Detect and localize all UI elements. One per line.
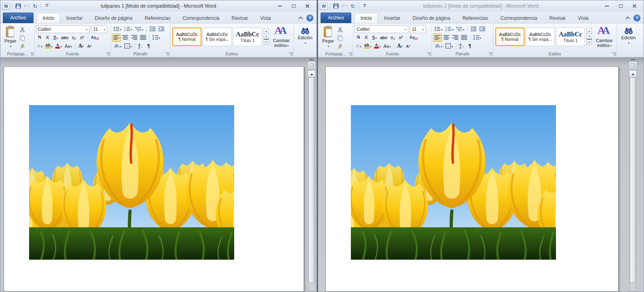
- styles-scroll-down-icon[interactable]: ▾: [587, 34, 592, 39]
- style-titulo-1[interactable]: AaBbCc Título 1: [233, 28, 262, 46]
- tab-inicio[interactable]: Inicio: [37, 13, 60, 23]
- highlight-color-icon[interactable]: ab: [363, 42, 373, 50]
- undo-icon[interactable]: ↶▾: [341, 2, 348, 10]
- styles-gallery-more-icon[interactable]: ▾: [264, 39, 269, 44]
- font-size-select[interactable]: 11: [410, 25, 426, 33]
- styles-scroll-up-icon[interactable]: ▴: [264, 28, 269, 34]
- font-size-select[interactable]: 11: [91, 25, 107, 33]
- split-handle-icon[interactable]: [309, 59, 314, 60]
- line-spacing-icon[interactable]: [472, 34, 482, 42]
- borders-icon[interactable]: [444, 42, 454, 50]
- align-right-icon[interactable]: [130, 34, 138, 42]
- split-handle-icon[interactable]: [631, 59, 635, 60]
- tab-insertar[interactable]: Insertar: [60, 13, 89, 23]
- change-styles-button[interactable]: AA Cambiarestilos: [594, 25, 615, 49]
- italic-button[interactable]: K: [44, 34, 52, 42]
- collapse-ribbon-icon[interactable]: [300, 17, 303, 20]
- close-button[interactable]: [629, 2, 640, 10]
- subscript-button[interactable]: x₂: [70, 34, 78, 42]
- copy-icon[interactable]: [336, 34, 344, 42]
- customize-quick-access-icon[interactable]: [361, 2, 368, 10]
- decrease-indent-icon[interactable]: [148, 25, 157, 33]
- minimize-button[interactable]: [602, 2, 612, 10]
- scrollbar-thumb[interactable]: [308, 77, 315, 283]
- font-name-select[interactable]: Calibri: [36, 25, 90, 33]
- tab-inicio[interactable]: Inicio: [355, 13, 378, 23]
- underline-button[interactable]: S: [371, 34, 378, 42]
- undo-icon[interactable]: ↶▾: [23, 2, 30, 10]
- styles-scroll-up-icon[interactable]: ▴: [587, 28, 592, 34]
- subscript-button[interactable]: x₂: [389, 34, 396, 42]
- font-color-icon[interactable]: A: [54, 42, 63, 50]
- text-effects-icon[interactable]: A: [355, 42, 363, 50]
- sort-icon[interactable]: AZ ↓: [458, 42, 466, 50]
- tab-correspondencia[interactable]: Correspondencia: [176, 13, 225, 23]
- font-name-select[interactable]: Calibri: [355, 25, 408, 33]
- style-sin-espaciado[interactable]: AaBbCcDc ¶ Sin espa...: [526, 28, 555, 46]
- redo-icon[interactable]: ↻: [31, 2, 39, 10]
- save-icon[interactable]: [332, 2, 340, 10]
- dialog-launcher-icon[interactable]: [166, 53, 169, 56]
- restore-button[interactable]: [288, 2, 299, 10]
- change-styles-button[interactable]: AA Cambiarestilos: [271, 25, 292, 49]
- superscript-button[interactable]: x²: [397, 34, 405, 42]
- copy-icon[interactable]: [19, 34, 26, 42]
- dialog-launcher-icon[interactable]: [289, 53, 293, 56]
- increase-indent-icon[interactable]: [157, 25, 166, 33]
- help-icon[interactable]: ?: [306, 15, 313, 21]
- align-center-icon[interactable]: [121, 34, 130, 42]
- align-left-icon[interactable]: [433, 34, 442, 42]
- tab-insertar[interactable]: Insertar: [378, 13, 407, 23]
- tab-archivo[interactable]: Archivo: [321, 13, 351, 23]
- style-normal[interactable]: AaBbCcDc ¶ Normal: [172, 28, 201, 46]
- bullets-icon[interactable]: [112, 25, 123, 33]
- numbering-icon[interactable]: 123: [444, 25, 455, 33]
- highlight-color-icon[interactable]: ab: [44, 42, 54, 50]
- titlebar[interactable]: W ↶▾ ↻ tulipanes 2 [Modo de compatibilid…: [318, 0, 644, 12]
- tulips-image[interactable]: [29, 105, 234, 260]
- style-normal[interactable]: AaBbCcDc ¶ Normal: [495, 28, 524, 46]
- style-sin-espaciado[interactable]: AaBbCcDc ¶ Sin espa...: [203, 28, 232, 46]
- shading-icon[interactable]: [433, 42, 444, 50]
- paste-button[interactable]: Pegar: [320, 25, 336, 51]
- multilevel-list-icon[interactable]: [134, 25, 145, 33]
- show-paragraph-marks-icon[interactable]: ¶: [466, 42, 474, 50]
- clear-formatting-icon[interactable]: Aa: [408, 34, 419, 42]
- align-right-icon[interactable]: [451, 34, 459, 42]
- bold-button[interactable]: N: [36, 34, 44, 42]
- multilevel-list-icon[interactable]: [455, 25, 466, 33]
- grow-font-icon[interactable]: A▴: [396, 42, 404, 50]
- clear-formatting-icon[interactable]: Aa: [90, 34, 100, 42]
- close-button[interactable]: [302, 2, 313, 10]
- show-paragraph-marks-icon[interactable]: ¶: [145, 42, 153, 50]
- tab-vista[interactable]: Vista: [572, 13, 594, 23]
- dialog-launcher-icon[interactable]: [106, 53, 110, 56]
- tab-vista[interactable]: Vista: [254, 13, 277, 23]
- paste-button[interactable]: Pegar: [2, 25, 19, 51]
- customize-quick-access-icon[interactable]: [43, 2, 50, 10]
- save-icon[interactable]: [15, 2, 22, 10]
- styles-scroll-down-icon[interactable]: ▾: [264, 34, 269, 39]
- editing-button[interactable]: Edición: [618, 25, 639, 45]
- dialog-launcher-icon[interactable]: [427, 53, 431, 56]
- format-painter-icon[interactable]: [19, 42, 26, 51]
- justify-icon[interactable]: [139, 34, 147, 42]
- editing-button[interactable]: Edición: [295, 25, 315, 45]
- minimize-button[interactable]: [275, 2, 285, 10]
- scroll-up-icon[interactable]: [308, 70, 315, 77]
- dialog-launcher-icon[interactable]: [348, 53, 352, 56]
- superscript-button[interactable]: x²: [78, 34, 86, 42]
- change-case-icon[interactable]: Aa: [382, 42, 392, 50]
- dialog-launcher-icon[interactable]: [30, 53, 34, 56]
- vertical-scrollbar[interactable]: [629, 58, 637, 292]
- tab-revisar[interactable]: Revisar: [543, 13, 572, 23]
- restore-button[interactable]: [615, 2, 626, 10]
- word-logo-icon[interactable]: W: [2, 3, 10, 10]
- scrollbar-track[interactable]: [308, 77, 315, 292]
- decrease-indent-icon[interactable]: [469, 25, 478, 33]
- change-case-icon[interactable]: Aa: [63, 42, 73, 50]
- strikethrough-button[interactable]: abe: [60, 34, 70, 42]
- word-logo-icon[interactable]: W: [320, 3, 328, 10]
- format-painter-icon[interactable]: [336, 42, 344, 51]
- tab-revisar[interactable]: Revisar: [226, 13, 254, 23]
